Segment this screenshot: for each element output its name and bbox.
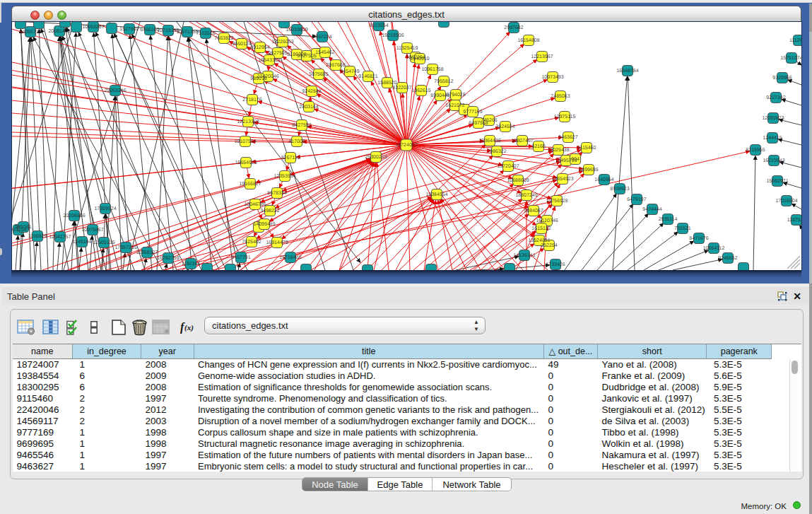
svg-text:16543362: 16543362	[258, 58, 280, 63]
svg-text:9660124: 9660124	[232, 42, 251, 47]
svg-text:1244415: 1244415	[763, 136, 782, 141]
svg-text:1192346: 1192346	[182, 262, 201, 267]
svg-text:20691406: 20691406	[48, 29, 70, 34]
svg-text:8938923: 8938923	[610, 187, 629, 192]
svg-text:7515526: 7515526	[196, 31, 215, 36]
svg-text:2867608: 2867608	[326, 63, 345, 68]
svg-text:985061: 985061	[15, 225, 31, 230]
svg-text:16782759: 16782759	[157, 256, 179, 261]
svg-text:62160: 62160	[531, 144, 546, 149]
svg-text:1640954: 1640954	[594, 177, 613, 182]
svg-text:9827505: 9827505	[268, 51, 287, 56]
svg-text:25300215: 25300215	[365, 155, 387, 160]
svg-text:417006: 417006	[288, 139, 305, 144]
svg-text:29053346: 29053346	[104, 88, 126, 93]
svg-text:17359924: 17359924	[94, 206, 116, 211]
svg-text:1545462: 1545462	[315, 50, 334, 55]
svg-text:12213967: 12213967	[531, 54, 553, 59]
svg-text:8678334: 8678334	[267, 191, 286, 196]
svg-text:10107554: 10107554	[234, 139, 256, 144]
svg-text:12353594: 12353594	[273, 174, 295, 179]
svg-text:13524851: 13524851	[528, 238, 550, 243]
svg-text:9084067: 9084067	[524, 209, 543, 214]
svg-text:7986322: 7986322	[487, 149, 506, 154]
svg-text:20206556: 20206556	[63, 214, 85, 218]
svg-text:10807467: 10807467	[511, 139, 533, 144]
svg-text:3498222: 3498222	[260, 209, 279, 214]
svg-text:6899695: 6899695	[579, 168, 598, 173]
svg-text:1167533: 1167533	[787, 218, 801, 223]
svg-text:14136141: 14136141	[513, 253, 535, 258]
svg-text:10046786: 10046786	[244, 202, 266, 207]
svg-text:10654112: 10654112	[703, 246, 725, 251]
svg-text:10671355: 10671355	[176, 30, 198, 35]
svg-text:9329966: 9329966	[772, 76, 792, 81]
svg-text:2987682: 2987682	[504, 25, 523, 30]
svg-text:9245652: 9245652	[718, 256, 737, 261]
svg-text:1156829: 1156829	[28, 234, 47, 239]
svg-text:10688609: 10688609	[507, 178, 529, 183]
svg-text:16033809: 16033809	[286, 28, 307, 33]
svg-text:18807249: 18807249	[515, 193, 537, 198]
svg-text:19654925: 19654925	[235, 160, 257, 165]
svg-text:8322037: 8322037	[392, 86, 411, 90]
svg-text:15720407: 15720407	[497, 164, 519, 169]
svg-text:8912954: 8912954	[250, 45, 269, 50]
svg-text:9777169: 9777169	[463, 110, 482, 115]
svg-text:6479197: 6479197	[627, 197, 646, 202]
svg-text:19654923: 19654923	[551, 177, 573, 182]
svg-text:2803144: 2803144	[299, 105, 318, 110]
svg-text:10025438: 10025438	[547, 148, 569, 153]
svg-text:989016: 989016	[250, 76, 266, 81]
svg-text:1112639: 1112639	[789, 38, 801, 43]
svg-text:7955812: 7955812	[434, 79, 453, 84]
svg-text:1362615: 1362615	[411, 88, 430, 93]
svg-text:13226053: 13226053	[271, 40, 293, 45]
svg-text:12505135: 12505135	[93, 240, 114, 245]
svg-text:15692971: 15692971	[766, 179, 788, 184]
svg-text:9242848: 9242848	[302, 89, 321, 94]
svg-text:10973493: 10973493	[541, 75, 563, 80]
svg-text:732621: 732621	[674, 226, 690, 231]
svg-text:19384554: 19384554	[425, 192, 447, 197]
svg-text:1621072: 1621072	[445, 103, 464, 108]
svg-text:19756928: 19756928	[546, 199, 567, 204]
svg-text:1733426: 1733426	[546, 262, 565, 267]
svg-text:10961758: 10961758	[421, 67, 443, 72]
svg-text:16210643: 16210643	[763, 158, 784, 163]
svg-text:11958107: 11958107	[136, 250, 158, 255]
svg-text:10653267: 10653267	[82, 25, 104, 30]
svg-text:16154808: 16154808	[517, 38, 539, 43]
svg-text:12093823: 12093823	[762, 116, 784, 121]
svg-text:17957255: 17957255	[114, 245, 136, 250]
svg-text:904: 904	[571, 157, 579, 162]
svg-text:8267110: 8267110	[281, 156, 300, 160]
svg-text:9327505: 9327505	[297, 54, 316, 59]
svg-text:5875685: 5875685	[309, 72, 328, 77]
svg-text:1540910: 1540910	[410, 57, 429, 62]
svg-text:14055712: 14055712	[19, 30, 41, 35]
svg-text:12942757: 12942757	[49, 235, 71, 240]
svg-text:1145194: 1145194	[73, 240, 92, 245]
svg-text:2935114: 2935114	[659, 217, 678, 222]
svg-text:16914479: 16914479	[266, 240, 288, 245]
svg-text:7357224: 7357224	[312, 35, 331, 40]
svg-text:9115460: 9115460	[577, 146, 596, 151]
svg-text:746266: 746266	[481, 118, 497, 123]
svg-text:7625402: 7625402	[242, 240, 261, 245]
svg-text:9474444: 9474444	[642, 207, 661, 212]
svg-text:9227342: 9227342	[766, 95, 785, 100]
svg-text:16120746: 16120746	[536, 218, 558, 223]
svg-text:12213369: 12213369	[237, 119, 259, 124]
svg-text:2718176: 2718176	[242, 98, 261, 103]
svg-text:8215955: 8215955	[746, 148, 765, 153]
svg-text:18724007: 18724007	[395, 143, 417, 148]
svg-text:19166827: 19166827	[239, 182, 261, 187]
svg-text:(x): (x)	[184, 323, 194, 332]
svg-text:20364436: 20364436	[478, 139, 500, 144]
svg-text:252254: 252254	[541, 243, 557, 248]
svg-text:15716485: 15716485	[279, 255, 301, 260]
svg-text:11325419: 11325419	[396, 46, 418, 51]
svg-text:8471676: 8471676	[689, 236, 708, 241]
svg-text:9457791: 9457791	[231, 255, 250, 260]
